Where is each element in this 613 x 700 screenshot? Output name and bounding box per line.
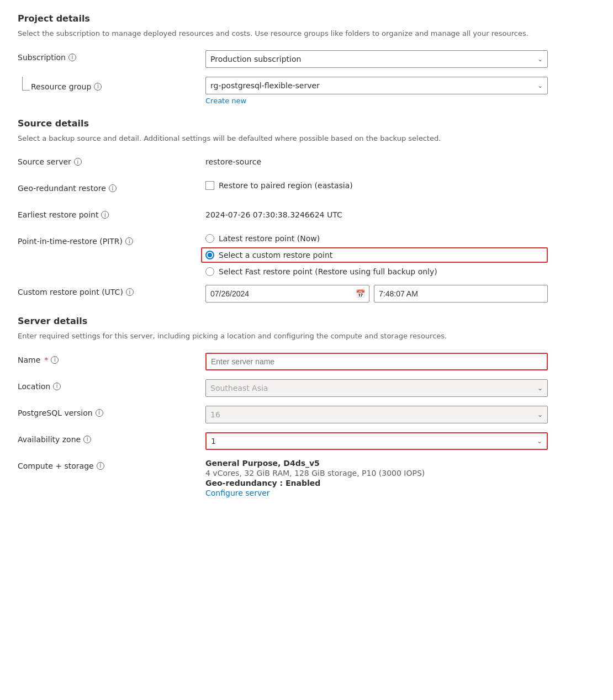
compute-detail: 4 vCores, 32 GiB RAM, 128 GiB storage, P… xyxy=(205,469,548,478)
subscription-control: Production subscription ⌄ xyxy=(205,50,548,68)
compute-storage-control: General Purpose, D4ds_v5 4 vCores, 32 Gi… xyxy=(205,459,548,497)
postgresql-version-row: PostgreSQL version i 16 ⌄ xyxy=(18,406,595,423)
geo-redundant-info-icon[interactable]: i xyxy=(109,184,117,192)
geo-redundant-label: Geo-redundant restore i xyxy=(18,181,205,193)
resource-group-control: rg-postgresql-flexible-server ⌄ Create n… xyxy=(205,77,548,105)
source-server-info-icon[interactable]: i xyxy=(74,158,82,166)
server-details-desc: Enter required settings for this server,… xyxy=(18,331,595,342)
project-details-title: Project details xyxy=(18,13,595,24)
pitr-control: Latest restore point (Now) Select a cust… xyxy=(205,234,548,276)
geo-redundant-control: Restore to paired region (eastasia) xyxy=(205,181,548,190)
server-name-input[interactable] xyxy=(205,353,548,370)
name-label: Name * i xyxy=(18,353,205,364)
availability-zone-row: Availability zone i 1 ⌄ xyxy=(18,432,595,450)
source-details-desc: Select a backup source and detail. Addit… xyxy=(18,133,595,144)
project-details-desc: Select the subscription to manage deploy… xyxy=(18,28,595,39)
resource-group-row: Resource group i rg-postgresql-flexible-… xyxy=(18,77,595,105)
earliest-restore-info-icon[interactable]: i xyxy=(101,211,109,219)
date-time-row: 📅 xyxy=(205,285,548,303)
postgresql-version-label: PostgreSQL version i xyxy=(18,406,205,417)
pitr-option-custom[interactable]: Select a custom restore point xyxy=(201,247,548,263)
geo-redundant-row: Geo-redundant restore i Restore to paire… xyxy=(18,181,595,199)
source-server-label: Source server i xyxy=(18,155,205,166)
subscription-row: Subscription i Production subscription ⌄ xyxy=(18,50,595,68)
earliest-restore-value: 2024-07-26 07:30:38.3246624 UTC xyxy=(205,208,548,219)
indent-line-h xyxy=(22,90,30,91)
resource-group-label-area: Resource group i xyxy=(31,77,205,91)
postgresql-version-dropdown[interactable]: 16 ⌄ xyxy=(205,406,548,423)
subscription-dropdown[interactable]: Production subscription ⌄ xyxy=(205,50,548,68)
time-input[interactable] xyxy=(374,285,548,303)
pitr-option-latest[interactable]: Latest restore point (Now) xyxy=(205,234,548,243)
earliest-restore-label: Earliest restore point i xyxy=(18,208,205,219)
location-control: Southeast Asia ⌄ xyxy=(205,379,548,397)
custom-restore-control: 📅 xyxy=(205,285,548,303)
geo-redundancy-label: Geo-redundancy : Enabled xyxy=(205,479,548,487)
name-control xyxy=(205,353,548,370)
location-info-icon[interactable]: i xyxy=(53,383,61,390)
location-label: Location i xyxy=(18,379,205,391)
create-new-link[interactable]: Create new xyxy=(205,97,246,105)
configure-server-link[interactable]: Configure server xyxy=(205,489,270,497)
server-details-title: Server details xyxy=(18,316,595,326)
compute-storage-row: Compute + storage i General Purpose, D4d… xyxy=(18,459,595,497)
pitr-info-icon[interactable]: i xyxy=(125,237,133,245)
name-row: Name * i xyxy=(18,353,595,370)
compute-storage-label: Compute + storage i xyxy=(18,459,205,470)
source-details-section: Source details Select a backup source an… xyxy=(18,118,595,303)
source-server-value: restore-source xyxy=(205,155,548,166)
calendar-icon: 📅 xyxy=(356,289,365,298)
location-dropdown[interactable]: Southeast Asia ⌄ xyxy=(205,379,548,397)
compute-storage-info-icon[interactable]: i xyxy=(97,462,104,470)
availability-zone-dropdown-arrow: ⌄ xyxy=(537,437,542,445)
pitr-radio-latest[interactable] xyxy=(205,234,214,243)
postgresql-version-control: 16 ⌄ xyxy=(205,406,548,423)
postgresql-version-dropdown-arrow: ⌄ xyxy=(537,411,543,418)
resource-group-dropdown-arrow: ⌄ xyxy=(537,82,543,89)
source-server-row: Source server i restore-source xyxy=(18,155,595,172)
resource-group-dropdown[interactable]: rg-postgresql-flexible-server ⌄ xyxy=(205,77,548,94)
pitr-row: Point-in-time-restore (PITR) i Latest re… xyxy=(18,234,595,276)
pitr-radio-fast[interactable] xyxy=(205,267,214,276)
location-dropdown-arrow: ⌄ xyxy=(537,384,543,392)
resource-group-label: Resource group i xyxy=(31,79,219,91)
pitr-option-fast[interactable]: Select Fast restore point (Restore using… xyxy=(205,267,548,276)
availability-zone-info-icon[interactable]: i xyxy=(83,436,91,443)
date-input[interactable] xyxy=(205,285,369,303)
subscription-info-icon[interactable]: i xyxy=(68,54,76,61)
pitr-radio-custom[interactable] xyxy=(205,251,214,259)
name-info-icon[interactable]: i xyxy=(51,356,59,364)
resource-group-info-icon[interactable]: i xyxy=(94,83,102,91)
subscription-dropdown-arrow: ⌄ xyxy=(537,55,543,63)
server-details-section: Server details Enter required settings f… xyxy=(18,316,595,497)
project-details-section: Project details Select the subscription … xyxy=(18,13,595,105)
availability-zone-control: 1 ⌄ xyxy=(205,432,548,450)
indent-marker xyxy=(18,77,31,91)
indent-line-v xyxy=(22,77,23,90)
custom-restore-row: Custom restore point (UTC) i 📅 xyxy=(18,285,595,303)
pitr-label: Point-in-time-restore (PITR) i xyxy=(18,234,205,246)
name-required-marker: * xyxy=(44,356,48,364)
availability-zone-dropdown[interactable]: 1 ⌄ xyxy=(205,432,548,450)
date-input-wrap: 📅 xyxy=(205,285,369,303)
custom-restore-label: Custom restore point (UTC) i xyxy=(18,285,205,296)
compute-title: General Purpose, D4ds_v5 xyxy=(205,459,548,468)
geo-redundant-checkbox[interactable] xyxy=(205,181,214,190)
custom-restore-info-icon[interactable]: i xyxy=(126,288,134,296)
source-details-title: Source details xyxy=(18,118,595,129)
geo-redundant-checkbox-row: Restore to paired region (eastasia) xyxy=(205,181,548,190)
earliest-restore-row: Earliest restore point i 2024-07-26 07:3… xyxy=(18,208,595,225)
subscription-label: Subscription i xyxy=(18,50,205,62)
availability-zone-label: Availability zone i xyxy=(18,432,205,444)
compute-storage-value: General Purpose, D4ds_v5 4 vCores, 32 Gi… xyxy=(205,459,548,497)
postgresql-version-info-icon[interactable]: i xyxy=(96,409,103,417)
location-row: Location i Southeast Asia ⌄ xyxy=(18,379,595,397)
pitr-radio-group: Latest restore point (Now) Select a cust… xyxy=(205,234,548,276)
